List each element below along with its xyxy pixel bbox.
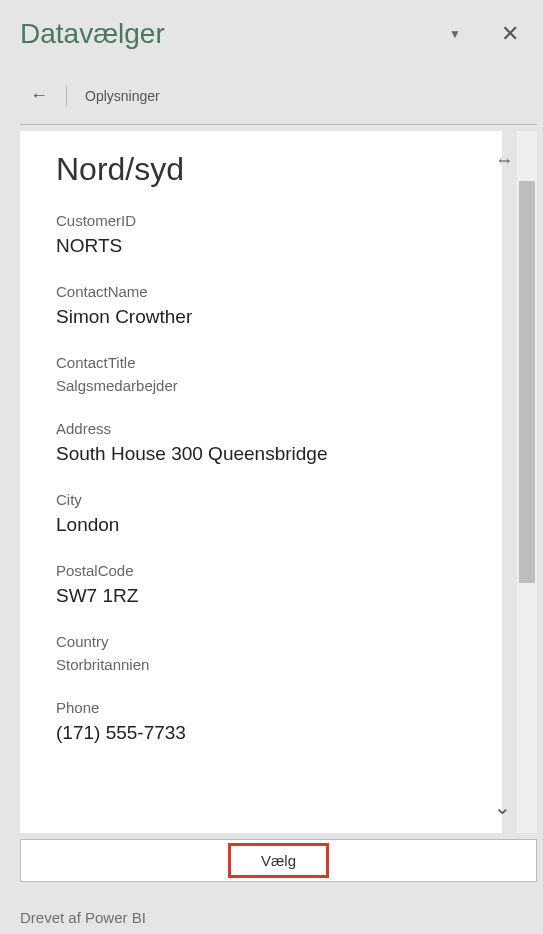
field-label: ContactName xyxy=(56,283,502,300)
field-contactname: ContactName Simon Crowther xyxy=(56,283,502,328)
field-value: South House 300 Queensbridge xyxy=(56,443,502,465)
app-title: Datavælger xyxy=(20,18,165,50)
field-contacttitle: ContactTitle Salgsmedarbejder xyxy=(56,354,502,394)
field-value: Simon Crowther xyxy=(56,306,502,328)
field-address: Address South House 300 Queensbridge xyxy=(56,420,502,465)
field-label: PostalCode xyxy=(56,562,502,579)
back-arrow-icon[interactable]: ← xyxy=(30,85,48,106)
field-label: Address xyxy=(56,420,502,437)
breadcrumb-label: Oplysninger xyxy=(85,88,160,104)
field-label: Phone xyxy=(56,699,502,716)
select-button[interactable]: Vælg xyxy=(228,843,329,878)
field-value: SW7 1RZ xyxy=(56,585,502,607)
divider xyxy=(66,86,67,106)
select-button-container: Vælg xyxy=(20,839,537,882)
field-label: Country xyxy=(56,633,502,650)
field-value: London xyxy=(56,514,502,536)
field-label: ContactTitle xyxy=(56,354,502,371)
chevron-down-icon[interactable]: ⌄ xyxy=(494,795,511,819)
field-value: (171) 555-7733 xyxy=(56,722,502,744)
field-value: NORTS xyxy=(56,235,502,257)
close-icon[interactable]: ✕ xyxy=(501,23,519,45)
detail-title: Nord/syd xyxy=(56,151,502,188)
separator xyxy=(20,124,537,125)
field-city: City London xyxy=(56,491,502,536)
footer-powered-by: Drevet af Power BI xyxy=(20,909,146,926)
field-label: City xyxy=(56,491,502,508)
field-customerid: CustomerID NORTS xyxy=(56,212,502,257)
field-value: Salgsmedarbejder xyxy=(56,377,502,394)
field-country: Country Storbritannien xyxy=(56,633,502,673)
scrollbar-track[interactable] xyxy=(517,131,537,833)
detail-panel: Nord/syd CustomerID NORTS ContactName Si… xyxy=(20,131,502,833)
field-phone: Phone (171) 555-7733 xyxy=(56,699,502,744)
dropdown-icon[interactable]: ▼ xyxy=(449,27,461,41)
field-value: Storbritannien xyxy=(56,656,502,673)
field-postalcode: PostalCode SW7 1RZ xyxy=(56,562,502,607)
scrollbar-thumb[interactable] xyxy=(519,181,535,583)
field-label: CustomerID xyxy=(56,212,502,229)
